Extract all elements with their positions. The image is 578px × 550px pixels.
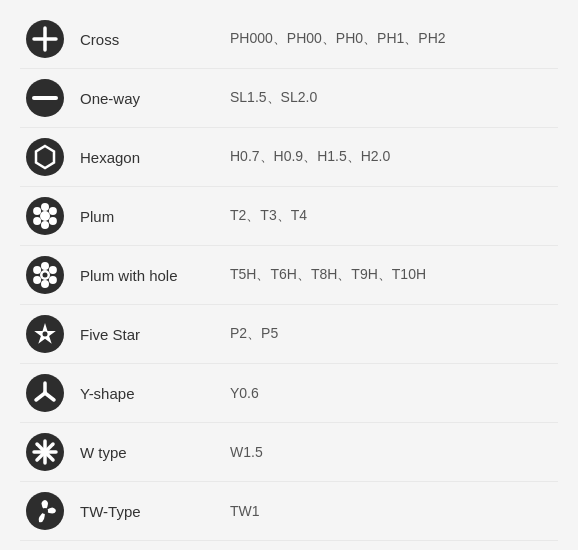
value-five-star: P2、P5	[230, 325, 558, 343]
svg-point-21	[49, 276, 57, 284]
hexagon-icon	[20, 138, 70, 176]
svg-point-13	[49, 217, 57, 225]
svg-point-10	[33, 207, 41, 215]
svg-point-14	[40, 211, 50, 221]
svg-point-9	[41, 221, 49, 229]
svg-point-17	[41, 280, 49, 288]
label-cross: Cross	[70, 31, 230, 48]
main-container: Cross PH000、PH00、PH0、PH1、PH2 One-way SL1…	[0, 0, 578, 550]
row-plum-with-hole: Plum with hole T5H、T6H、T8H、T9H、T10H	[20, 246, 558, 305]
svg-point-5	[26, 138, 64, 176]
label-w-type: W type	[70, 444, 230, 461]
svg-point-20	[33, 276, 41, 284]
row-w-type: W type W1.5	[20, 423, 558, 482]
cross-icon	[20, 20, 70, 58]
row-tw-type: TW-Type TW1	[20, 482, 558, 541]
row-one-way: One-way SL1.5、SL2.0	[20, 69, 558, 128]
row-five-star: Five Star P2、P5	[20, 305, 558, 364]
value-plum: T2、T3、T4	[230, 207, 558, 225]
value-cross: PH000、PH00、PH0、PH1、PH2	[230, 30, 558, 48]
plum-icon	[20, 197, 70, 235]
label-plum: Plum	[70, 208, 230, 225]
label-plum-with-hole: Plum with hole	[70, 267, 230, 284]
five-star-icon	[20, 315, 70, 353]
svg-point-19	[49, 266, 57, 274]
tw-type-icon	[20, 492, 70, 530]
svg-point-8	[41, 203, 49, 211]
label-tw-type: TW-Type	[70, 503, 230, 520]
label-y-shape: Y-shape	[70, 385, 230, 402]
value-one-way: SL1.5、SL2.0	[230, 89, 558, 107]
plum-with-hole-icon	[20, 256, 70, 294]
value-plum-with-hole: T5H、T6H、T8H、T9H、T10H	[230, 266, 558, 284]
value-hexagon: H0.7、H0.9、H1.5、H2.0	[230, 148, 558, 166]
svg-point-26	[43, 332, 48, 337]
value-y-shape: Y0.6	[230, 385, 558, 401]
svg-point-11	[49, 207, 57, 215]
row-plum: Plum T2、T3、T4	[20, 187, 558, 246]
row-cross: Cross PH000、PH00、PH0、PH1、PH2	[20, 10, 558, 69]
label-five-star: Five Star	[70, 326, 230, 343]
w-type-icon	[20, 433, 70, 471]
svg-point-12	[33, 217, 41, 225]
value-w-type: W1.5	[230, 444, 558, 460]
svg-point-23	[43, 273, 48, 278]
row-hexagon: Hexagon H0.7、H0.9、H1.5、H2.0	[20, 128, 558, 187]
row-triangle: Triangle 2.3	[20, 541, 558, 550]
label-one-way: One-way	[70, 90, 230, 107]
one-way-icon	[20, 79, 70, 117]
row-y-shape: Y-shape Y0.6	[20, 364, 558, 423]
value-tw-type: TW1	[230, 503, 558, 519]
svg-point-31	[43, 391, 47, 395]
y-shape-icon	[20, 374, 70, 412]
svg-point-38	[42, 508, 48, 514]
label-hexagon: Hexagon	[70, 149, 230, 166]
svg-point-18	[33, 266, 41, 274]
svg-point-16	[41, 262, 49, 270]
